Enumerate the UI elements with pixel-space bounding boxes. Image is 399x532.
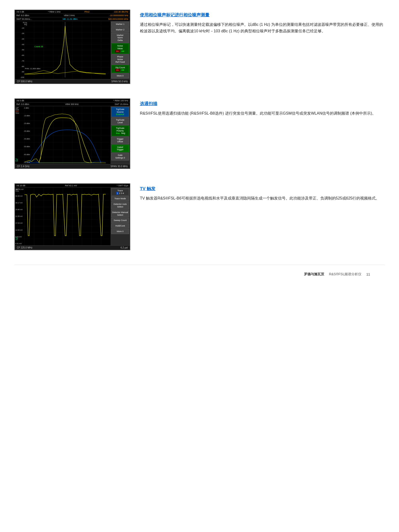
screen2-btn-trg-source[interactable]: Trg/GateSourceExternal [111, 107, 129, 117]
screen2-btn-trg-offset[interactable]: TriggerOffset [111, 137, 129, 144]
screen3: Att 10 dB Ref 43.1 mV * SWT 62μs 1APClrw… [14, 183, 130, 250]
screen1-header: Att 0 dB * RBW 1 kHz Phn2 -102.46 dBc/Hz [15, 10, 130, 14]
screen3-sidebar: Trace1 2 3 4 Trace Mode Detector Auto Se… [110, 187, 130, 245]
screen1-footer-right: SPAN 50.0 kHz [111, 80, 128, 83]
section3-title: TV 触发 [140, 186, 385, 192]
screen3-btn-trace[interactable]: Trace1 2 3 4 [111, 188, 129, 196]
screen1-btn-sig-count[interactable]: Sig CountOn Off [111, 65, 129, 73]
section2-title: 选通扫描 [140, 101, 385, 107]
screen2-att: Att 5 dB [16, 99, 24, 102]
screen1-btn-marker1[interactable]: Marker 1 [111, 22, 129, 27]
screen2-plot: 1APClrw2ASView TrgExt -3 dBm -13 dBm -23… [15, 106, 110, 164]
footer-page: 11 [366, 272, 370, 276]
footer-brand: 罗德与施瓦茨 [304, 272, 324, 276]
screen1-btn-marker-norm[interactable]: MarkerNormDelta [111, 33, 129, 43]
screen1-plot: -9 -19 -29 -39 -49 -59 -69 -79 -89 -99 -… [15, 21, 110, 79]
screen1-phn2: Phn2 [84, 11, 89, 13]
screen2-btn-gated-trigger[interactable]: GatedTrigger [111, 145, 129, 152]
screen3-footer-right: 6.2 μs/ [121, 246, 128, 249]
screen3-btn-sweep-count[interactable]: Sweep Count [111, 218, 129, 223]
screen1-btn-more[interactable]: More 0 [111, 73, 129, 78]
screen1-btn-noise-meas[interactable]: NoiseMeasOn Off [111, 43, 129, 54]
svg-rect-3 [15, 106, 110, 164]
screen1-value: -102.46 dBc/Hz [113, 11, 128, 13]
screen3-btn-hold-cont[interactable]: Hold/Cont [111, 223, 129, 228]
screen1: Att 0 dB * RBW 1 kHz Phn2 -102.46 dBc/Hz… [14, 10, 130, 84]
screen2-vbw: VBW 300 kHz [65, 103, 79, 105]
screen1-inner: -9 -19 -29 -39 -49 -59 -69 -79 -89 -99 -… [15, 21, 130, 79]
screen3-svg [15, 187, 110, 245]
screen2-footer-right: SPAN 30.0 MHz [110, 165, 128, 168]
screen1-container: Att 0 dB * RBW 1 kHz Phn2 -102.46 dBc/Hz… [14, 10, 130, 84]
screen3-swt: * SWT 62μs [117, 184, 128, 187]
screen2-footer-left: CF 2.4 GHz [17, 165, 30, 168]
section1-body: 通过相位噪声标记，可以快速测量特定载波偏移下的相位噪声。以dBc (1 Hz) … [140, 21, 385, 34]
page-footer: 罗德与施瓦茨 R&S®FSL频谱分析仪 11 [14, 265, 385, 281]
screen2-svg [15, 106, 110, 164]
section-phase-noise: Att 0 dB * RBW 1 kHz Phn2 -102.46 dBc/Hz… [14, 10, 385, 84]
svg-text:PHN -11.800 dBm: PHN -11.800 dBm [25, 68, 41, 70]
screen3-footer: CF 225.0 MHz 6.2 μs/ [15, 245, 130, 250]
screen1-att: Att 0 dB [16, 11, 24, 13]
screen3-plot: 1APClrw TrgTV 38.791 mV 34.46 mV 30.17 m… [15, 187, 110, 245]
screen2-sidebar: Trg/GateSourceExternal Trg/GateLevel Trg… [110, 106, 130, 164]
screen3-att: Att 10 dB [16, 184, 25, 187]
screen2-footer: CF 2.4 GHz SPAN 30.0 MHz [15, 164, 130, 168]
screen1-header3: SWT 50.00ms... MII -11.81 dBm 500.000100… [15, 17, 130, 21]
section1-text: 使用相位噪声标记进行相位噪声测量 通过相位噪声标记，可以快速测量特定载波偏移下的… [140, 10, 385, 34]
screen2-header2: Ref -3.0 dBm VBW 300 kHz SWT 15.00ms [15, 103, 130, 106]
screen1-footer-left: CF 500.0 MHz [17, 80, 32, 83]
screen3-btn-detector-manual[interactable]: Detector Manual Select [111, 210, 129, 218]
screen1-ref: Ref -9.0 dBm [16, 14, 29, 17]
screen2-inner: 1APClrw2ASView TrgExt -3 dBm -13 dBm -23… [15, 106, 130, 164]
screen3-btn-more[interactable]: More 0 [111, 229, 129, 234]
screen3-ref: Ref 43.1 mV [65, 184, 77, 187]
screen3-container: Att 10 dB Ref 43.1 mV * SWT 62μs 1APClrw… [14, 183, 130, 250]
screen1-freq2: 500.000100000 MHz [108, 18, 128, 20]
section-gated-sweep: Att 5 dB * RBW 100 kHz Ref -3.0 dBm VBW … [14, 98, 385, 169]
screen1-rbw: * RBW 1 kHz [48, 11, 61, 13]
screen2-btn-trg-polarity[interactable]: Trg/GatePolarityPos Neg [111, 126, 129, 136]
screen2: Att 5 dB * RBW 100 kHz Ref -3.0 dBm VBW … [14, 98, 130, 169]
screen1-header2: Ref -9.0 dBm VBW 3 kHz -10.000000000 kHz [15, 14, 130, 17]
section2-body: R&S®FSL使用选通扫描功能 (R&S®FSL-B8选件) 进行突发信号测量。… [140, 110, 385, 117]
screen2-container: Att 5 dB * RBW 100 kHz Ref -3.0 dBm VBW … [14, 98, 130, 169]
screen1-freq-offset: -10.000000000 kHz [109, 14, 128, 17]
screen1-footer: CF 500.0 MHz SPAN 50.0 kHz [15, 79, 130, 83]
screen3-header: Att 10 dB Ref 43.1 mV * SWT 62μs [15, 184, 130, 187]
screen1-sidebar: Marker 1 Marker 2 MarkerNormDelta NoiseM… [110, 21, 130, 79]
screen2-rbw: * RBW 100 kHz [113, 99, 128, 102]
screen3-footer-left: CF 225.0 MHz [17, 246, 32, 249]
section3-text: TV 触发 TV 触发器R&S®FSL-B6可根据所选电视线和水平及或垂直消隐间… [140, 183, 385, 201]
screen3-btn-detector-auto[interactable]: Detector Auto Select [111, 202, 129, 209]
screen2-btn-gate-settings[interactable]: GateSettings 0 [111, 153, 129, 160]
screen2-ref: Ref -3.0 dBm [16, 103, 29, 105]
screen1-svg: PHN -11.800 dBm [15, 21, 110, 79]
screen1-marker-val: MII -11.81 dBm [63, 18, 78, 20]
screen2-btn-trg-level[interactable]: Trg/GateLevel [111, 117, 129, 125]
screen1-btn-phase-noise[interactable]: PhaseNoiseRef Fixed [111, 54, 129, 64]
screen1-btn-marker2[interactable]: Marker 2 [111, 27, 129, 32]
screen3-btn-trace-mode[interactable]: Trace Mode [111, 196, 129, 201]
section1-title: 使用相位噪声标记进行相位噪声测量 [140, 12, 385, 18]
screen2-header: Att 5 dB * RBW 100 kHz [15, 99, 130, 103]
screen3-inner: 1APClrw TrgTV 38.791 mV 34.46 mV 30.17 m… [15, 187, 130, 245]
screen1-swt: SWT 50.00ms... [16, 18, 32, 20]
footer-product: R&S®FSL频谱分析仪 [329, 272, 362, 276]
section3-body: TV 触发器R&S®FSL-B6可根据所选电视线和水平及或垂直消隐间隔生成一个触… [140, 195, 385, 201]
screen1-vbw: VBW 3 kHz [64, 14, 75, 17]
screen2-swt: SWT 15.00ms [115, 103, 128, 105]
section-tv-trigger: Att 10 dB Ref 43.1 mV * SWT 62μs 1APClrw… [14, 183, 385, 250]
section2-text: 选通扫描 R&S®FSL使用选通扫描功能 (R&S®FSL-B8选件) 进行突发… [140, 98, 385, 117]
